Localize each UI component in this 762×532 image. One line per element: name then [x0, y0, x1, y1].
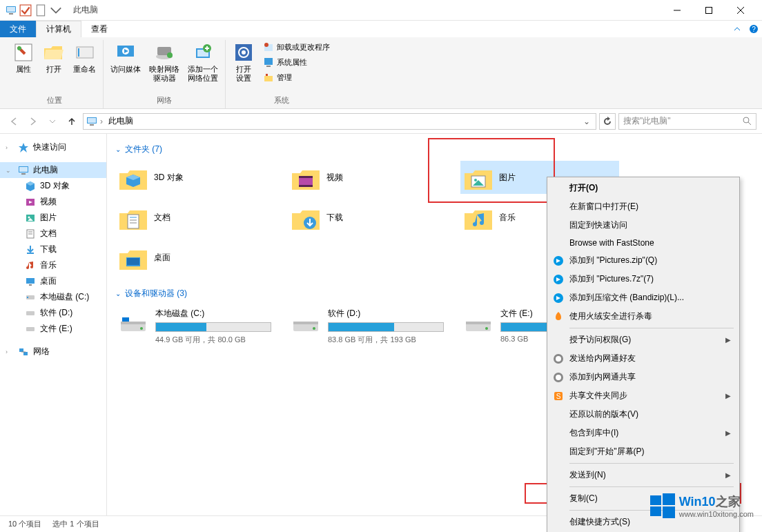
sidebar-item[interactable]: 图片: [0, 210, 106, 226]
ctx-open-new-window[interactable]: 在新窗口中打开(E): [549, 197, 738, 216]
location-group-label: 位置: [47, 94, 62, 108]
rename-button[interactable]: 重命名: [70, 40, 99, 94]
folder-item[interactable]: 视频: [288, 161, 447, 194]
sidebar-item[interactable]: 文档: [0, 226, 106, 242]
svg-rect-51: [26, 311, 35, 315]
ctx-add-bandizip[interactable]: 添加到压缩文件 (Bandizip)(L)...: [549, 288, 738, 307]
ctx-restore-previous[interactable]: 还原以前的版本(V): [549, 405, 738, 424]
sidebar-item-this-pc[interactable]: ⌄ 此电脑: [0, 162, 106, 178]
open-settings-label: 打开 设置: [236, 65, 251, 83]
ctx-pin-quick-access[interactable]: 固定到快速访问: [549, 216, 738, 235]
sidebar-item[interactable]: 下载: [0, 242, 106, 257]
svg-point-35: [743, 117, 749, 123]
svg-point-42: [28, 216, 30, 218]
minimize-button[interactable]: [661, 0, 693, 21]
group-header-folders[interactable]: ⌄ 文件夹 (7): [115, 144, 754, 155]
open-label: 打开: [46, 65, 61, 74]
access-media-button[interactable]: 访问媒体: [108, 40, 144, 94]
svg-point-74: [313, 327, 315, 330]
huorong-icon: [553, 311, 564, 322]
ctx-add-7z[interactable]: 添加到 "Pictures.7z"(7): [549, 270, 738, 288]
forward-button[interactable]: [25, 113, 41, 130]
search-input[interactable]: 搜索"此电脑": [618, 113, 756, 130]
bandizip-icon: [553, 255, 564, 266]
uninstall-button[interactable]: 卸载或更改程序: [260, 40, 333, 54]
group-header-label: 文件夹 (7): [125, 144, 162, 155]
qat-checkbox-icon[interactable]: [19, 4, 32, 17]
svg-line-36: [748, 122, 751, 125]
ctx-faststone[interactable]: Browse with FastStone: [549, 235, 738, 251]
folder-item[interactable]: 下载: [288, 201, 447, 234]
ctx-send-to[interactable]: 发送到(N)▶: [549, 466, 738, 484]
svg-rect-38: [19, 167, 28, 172]
back-button[interactable]: [6, 113, 22, 130]
sidebar-item[interactable]: 本地磁盘 (C:): [0, 289, 106, 305]
svg-rect-67: [127, 258, 139, 265]
group-header-label: 设备和驱动器 (3): [125, 288, 187, 299]
ctx-huorong-scan[interactable]: 使用火绒安全进行杀毒: [549, 307, 738, 326]
tab-view[interactable]: 查看: [81, 21, 117, 37]
window-controls: [661, 0, 756, 21]
map-drive-button[interactable]: 映射网络 驱动器: [146, 40, 182, 94]
ctx-add-zip[interactable]: 添加到 "Pictures.zip"(Q): [549, 251, 738, 270]
ctx-add-intranet-share[interactable]: 添加到内网通共享: [549, 368, 738, 386]
ctx-grant-access[interactable]: 授予访问权限(G)▶: [549, 331, 738, 349]
address-dropdown-icon[interactable]: ⌄: [580, 117, 593, 126]
sidebar-item[interactable]: 3D 对象: [0, 178, 106, 194]
add-location-label: 添加一个 网络位置: [188, 65, 218, 83]
sidebar-item[interactable]: 视频: [0, 194, 106, 210]
svg-rect-88: [663, 493, 675, 505]
svg-rect-33: [88, 118, 96, 123]
maximize-button[interactable]: [693, 0, 725, 21]
network-group-label: 网络: [157, 94, 172, 108]
address-bar: › 此电脑 ⌄ 搜索"此电脑": [0, 109, 762, 134]
svg-rect-54: [23, 352, 28, 355]
collapse-ribbon-button[interactable]: [729, 21, 745, 37]
svg-rect-4: [37, 5, 44, 16]
sidebar-item[interactable]: 文件 (E:): [0, 321, 106, 337]
qat-doc-icon[interactable]: [35, 4, 47, 17]
help-button[interactable]: ?: [745, 21, 762, 37]
system-properties-button[interactable]: 系统属性: [260, 55, 333, 69]
sidebar-item[interactable]: 音乐: [0, 257, 106, 273]
manage-button[interactable]: 管理: [260, 70, 333, 84]
svg-point-25: [242, 50, 246, 55]
svg-rect-2: [9, 13, 13, 14]
folder-item[interactable]: 文档: [115, 201, 274, 234]
sidebar-item-quick-access[interactable]: › 快速访问: [0, 139, 106, 155]
svg-rect-70: [121, 322, 146, 324]
ctx-open[interactable]: 打开(O): [549, 179, 738, 197]
open-settings-button[interactable]: 打开 设置: [230, 40, 257, 94]
breadcrumb[interactable]: 此电脑: [106, 115, 136, 127]
sidebar-label: 网络: [33, 346, 50, 357]
svg-point-12: [17, 46, 21, 50]
sidebar-item-network[interactable]: › 网络: [0, 344, 106, 359]
status-count: 10 个项目: [8, 519, 41, 529]
refresh-button[interactable]: [599, 113, 616, 130]
tab-file[interactable]: 文件: [0, 21, 36, 37]
address-path[interactable]: › 此电脑 ⌄: [83, 113, 596, 130]
add-location-button[interactable]: 添加一个 网络位置: [185, 40, 221, 94]
folder-item[interactable]: 桌面: [115, 241, 274, 274]
properties-button[interactable]: 属性: [10, 40, 37, 94]
ctx-include-library[interactable]: 包含到库中(I)▶: [549, 424, 738, 442]
manage-label: 管理: [277, 72, 292, 83]
svg-point-19: [167, 52, 173, 58]
ribbon-group-system: 打开 设置 卸载或更改程序 系统属性 管理 系统: [226, 40, 337, 108]
tab-computer[interactable]: 计算机: [36, 21, 81, 37]
up-button[interactable]: [63, 113, 80, 130]
drive-item[interactable]: 本地磁盘 (C:)44.9 GB 可用，共 80.0 GB: [115, 305, 274, 348]
svg-rect-30: [264, 76, 273, 81]
ctx-pin-start[interactable]: 固定到"开始"屏幕(P): [549, 442, 738, 461]
recent-button[interactable]: [44, 113, 61, 130]
drive-item[interactable]: 软件 (D:)83.8 GB 可用，共 193 GB: [288, 305, 447, 348]
svg-rect-47: [26, 278, 35, 284]
open-button[interactable]: 打开: [40, 40, 68, 94]
qat-dropdown-icon[interactable]: [50, 4, 62, 17]
ctx-send-intranet[interactable]: 发送给内网通好友: [549, 349, 738, 368]
sidebar-item[interactable]: 软件 (D:): [0, 305, 106, 321]
sidebar-item[interactable]: 桌面: [0, 273, 106, 289]
ctx-sync-shared[interactable]: S 共享文件夹同步▶: [549, 386, 738, 405]
close-button[interactable]: [725, 0, 756, 21]
folder-item[interactable]: 3D 对象: [115, 161, 274, 194]
